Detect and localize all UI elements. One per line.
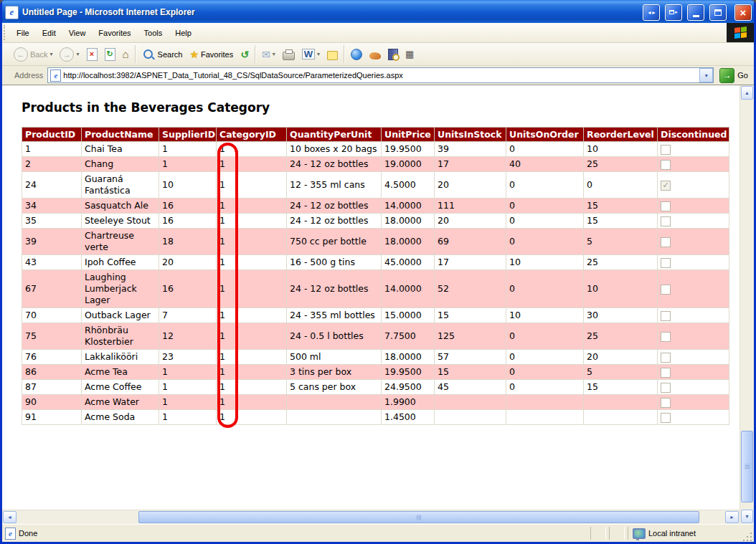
discontinued-checkbox[interactable]	[661, 160, 671, 170]
menu-item-view[interactable]: View	[62, 27, 93, 39]
scroll-down-button[interactable]: ▼	[741, 510, 753, 523]
table-cell: Ipoh Coffee	[82, 255, 159, 270]
local-intranet-icon	[633, 528, 646, 539]
discontinued-checkbox[interactable]	[661, 258, 671, 268]
discontinued-checkbox[interactable]	[661, 145, 671, 155]
table-cell: 1	[217, 395, 287, 410]
discontinued-checkbox[interactable]: ✓	[661, 181, 671, 191]
discontinued-checkbox[interactable]	[661, 237, 671, 247]
discontinued-checkbox[interactable]	[661, 383, 671, 393]
table-cell	[435, 410, 506, 425]
search-button[interactable]: Search	[138, 47, 186, 62]
table-cell: 75	[22, 323, 82, 350]
grid-tool-button[interactable]: ▦	[402, 48, 417, 60]
mail-dropdown-arrow[interactable]: ▾	[273, 51, 275, 57]
research-button[interactable]	[384, 47, 402, 62]
table-cell: 1	[159, 410, 217, 425]
address-dropdown-button[interactable]: ▾	[699, 68, 713, 82]
table-cell: 25	[584, 255, 658, 270]
table-cell: 5	[584, 365, 658, 380]
status-text: Done	[19, 529, 37, 538]
menu-item-file[interactable]: File	[10, 27, 36, 39]
messenger-button[interactable]	[347, 47, 366, 62]
horizontal-scroll-thumb[interactable]	[138, 511, 699, 523]
maximize-button[interactable]	[709, 4, 727, 21]
discontinued-checkbox[interactable]	[661, 413, 671, 423]
table-cell: Chang	[82, 157, 159, 172]
resize-grip[interactable]	[743, 533, 752, 542]
table-cell: 1	[217, 229, 287, 255]
discontinued-checkbox[interactable]	[661, 311, 671, 321]
discontinued-checkbox[interactable]	[661, 353, 671, 363]
stop-button[interactable]: ×	[83, 47, 101, 62]
vertical-scrollbar[interactable]: ▲ ▼	[740, 85, 754, 524]
table-cell: 5	[584, 229, 658, 255]
refresh-button[interactable]: ↻	[101, 47, 119, 62]
table-cell: 34	[22, 199, 82, 214]
discontinued-checkbox[interactable]	[661, 332, 671, 342]
address-label: Address	[13, 71, 44, 80]
edit-with-word-button[interactable]: W ▾	[298, 47, 323, 61]
horizontal-scrollbar[interactable]: ◄ ►	[2, 510, 740, 524]
back-dropdown-arrow[interactable]: ▾	[49, 51, 52, 57]
table-row: 86Acme Tea113 tins per box19.95001505	[22, 365, 729, 380]
print-button[interactable]	[279, 47, 298, 62]
menu-item-favorites[interactable]: Favorites	[92, 27, 137, 39]
table-cell: 24 - 12 oz bottles	[287, 199, 382, 214]
table-cell: 30	[584, 308, 658, 323]
home-button[interactable]: ⌂	[119, 47, 133, 61]
table-cell: 15	[435, 308, 506, 323]
history-button[interactable]: ↺	[237, 48, 252, 61]
table-cell: 0	[506, 380, 584, 395]
go-button[interactable]: → Go	[717, 68, 751, 83]
menu-item-edit[interactable]: Edit	[36, 27, 62, 39]
research-pointer-button[interactable]	[366, 48, 384, 61]
table-cell: 91	[22, 410, 82, 425]
column-header: QuantityPerUnit	[287, 128, 382, 142]
discontinued-cell	[658, 229, 729, 255]
close-button[interactable]: ×	[734, 4, 752, 21]
menubar-grip[interactable]	[4, 25, 9, 40]
table-cell: Chartreuse verte	[82, 229, 159, 255]
scroll-up-button[interactable]: ▲	[741, 86, 753, 100]
address-input[interactable]	[63, 70, 697, 81]
mail-button[interactable]: ✉ ▾	[258, 48, 279, 61]
minimize-button[interactable]	[687, 4, 704, 21]
discontinued-checkbox[interactable]	[661, 216, 671, 226]
forward-dropdown-arrow[interactable]: ▾	[76, 51, 79, 57]
table-cell: 111	[435, 199, 506, 214]
table-cell: 1	[159, 142, 217, 157]
back-button[interactable]: ← Back ▾	[10, 46, 56, 63]
table-cell: 10	[584, 270, 658, 308]
header-row: ProductIDProductNameSupplierIDCategoryID…	[22, 128, 729, 142]
table-cell: 24.9500	[382, 380, 435, 395]
split-view-button[interactable]: ◄►	[643, 4, 660, 21]
scroll-left-button[interactable]: ◄	[3, 511, 16, 523]
menu-item-help[interactable]: Help	[169, 27, 198, 39]
discontinued-checkbox[interactable]	[661, 285, 671, 295]
table-row: 75Rhönbräu Klosterbier12124 - 0.5 l bott…	[22, 323, 729, 350]
history-icon: ↺	[240, 49, 249, 59]
discuss-button[interactable]	[323, 47, 341, 62]
table-cell: 12 - 355 ml cans	[287, 172, 382, 199]
favorites-button[interactable]: ★ Favorites	[186, 48, 237, 61]
vertical-scroll-thumb[interactable]	[741, 431, 753, 502]
table-cell: 0	[506, 229, 584, 255]
pop-out-button[interactable]: ►	[665, 4, 682, 21]
menu-item-tools[interactable]: Tools	[138, 27, 169, 39]
table-cell	[287, 410, 382, 425]
edit-dropdown-arrow[interactable]: ▾	[317, 51, 320, 57]
scroll-right-button[interactable]: ►	[725, 511, 739, 523]
table-row: 35Steeleye Stout16124 - 12 oz bottles18.…	[22, 214, 729, 229]
table-cell: Acme Coffee	[82, 380, 159, 395]
table-cell: 2	[22, 157, 82, 172]
discontinued-checkbox[interactable]	[661, 368, 671, 378]
fox-icon	[369, 52, 381, 59]
forward-button[interactable]: → ▾	[56, 46, 82, 63]
table-cell: 67	[22, 270, 82, 308]
table-cell: Steeleye Stout	[82, 214, 159, 229]
table-cell	[435, 395, 506, 410]
discontinued-checkbox[interactable]	[661, 201, 671, 211]
column-header: UnitsOnOrder	[506, 128, 584, 142]
discontinued-checkbox[interactable]	[661, 398, 671, 408]
